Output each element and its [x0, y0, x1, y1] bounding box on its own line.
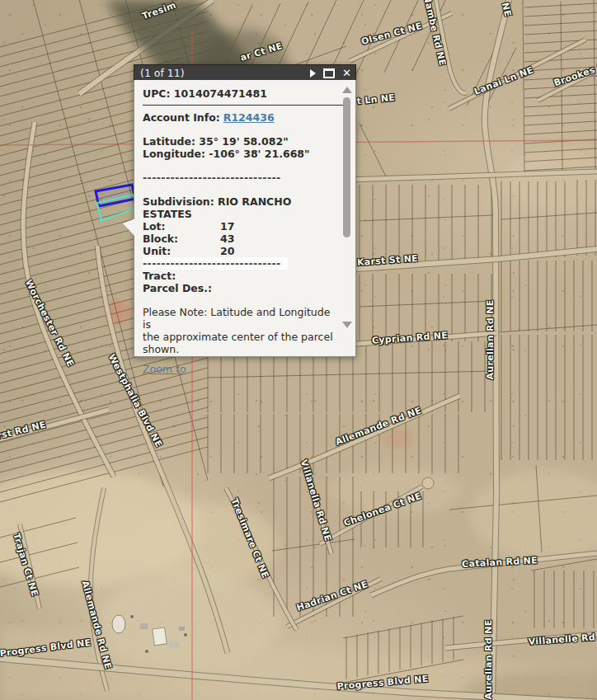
popup-header[interactable]: (1 of 11) ✕ — [134, 64, 356, 80]
longitude-label: Longitude: — [143, 148, 205, 160]
separator: ------------------------------ — [143, 171, 334, 184]
longitude-row: Longitude: -106° 38' 21.668" — [143, 148, 334, 160]
latitude-row: Latitude: 35° 19' 58.082" — [143, 135, 334, 148]
unit-label: Unit: — [143, 245, 217, 257]
block-row: Block: 43 — [143, 233, 334, 245]
subdivision-row: Subdivision: RIO RANCHO ESTATES — [143, 195, 334, 220]
latitude-label: Latitude: — [143, 135, 195, 148]
tract-label: Tract: — [143, 270, 176, 282]
scrollbar-thumb[interactable] — [343, 97, 350, 237]
upc-value: 1014074471481 — [174, 87, 267, 100]
maximize-icon[interactable] — [323, 68, 335, 78]
close-icon[interactable]: ✕ — [342, 68, 351, 78]
tract-row: Tract: — [143, 270, 334, 282]
popup-counter: (1 of 11) — [140, 67, 185, 79]
zoom-to-link[interactable]: Zoom to — [143, 363, 186, 375]
upc-row: UPC: 1014074471481 — [143, 87, 334, 100]
note-text: Please Note: Latitude and Longitude is t… — [143, 306, 334, 355]
unit-row: Unit: 20 — [143, 245, 334, 257]
unit-value: 20 — [220, 245, 234, 257]
lot-label: Lot: — [143, 220, 217, 233]
note-line: Please Note: Latitude and Longitude is — [143, 306, 334, 331]
block-value: 43 — [220, 233, 234, 245]
popup-callout-pointer — [123, 218, 135, 237]
subdivision-label: Subdivision: — [143, 195, 214, 208]
popup-body: UPC: 1014074471481 Account Info: R124436… — [134, 80, 356, 357]
lot-value: 17 — [220, 220, 234, 233]
upc-label: UPC: — [143, 87, 170, 100]
parcel-info-popup: (1 of 11) ✕ UPC: 1014074471481 Account I… — [134, 64, 356, 357]
parcel-highlights — [96, 185, 137, 221]
next-result-icon[interactable] — [310, 69, 316, 78]
separator: ------------------------------ — [143, 257, 288, 270]
lot-row: Lot: 17 — [143, 220, 334, 233]
account-label: Account Info: — [143, 111, 220, 124]
account-row: Account Info: R124436 — [143, 111, 334, 124]
scroll-up-icon[interactable] — [342, 87, 352, 93]
note-line: the approximate center of the parcel — [143, 331, 334, 343]
popup-scrollbar — [341, 85, 352, 350]
map-viewport[interactable]: Tresimar Ct NEOlsen Ct NENambe Rd NELana… — [0, 0, 597, 700]
note-line: shown. — [143, 343, 334, 355]
divider-line — [143, 105, 344, 106]
longitude-value: -106° 38' 21.668" — [209, 148, 309, 160]
parcel-des-label: Parcel Des.: — [143, 282, 212, 294]
parcel-des-row: Parcel Des.: — [143, 282, 334, 294]
latitude-value: 35° 19' 58.082" — [199, 135, 288, 148]
scroll-down-icon[interactable] — [342, 322, 352, 328]
block-label: Block: — [143, 233, 217, 245]
account-link[interactable]: R124436 — [223, 111, 275, 124]
